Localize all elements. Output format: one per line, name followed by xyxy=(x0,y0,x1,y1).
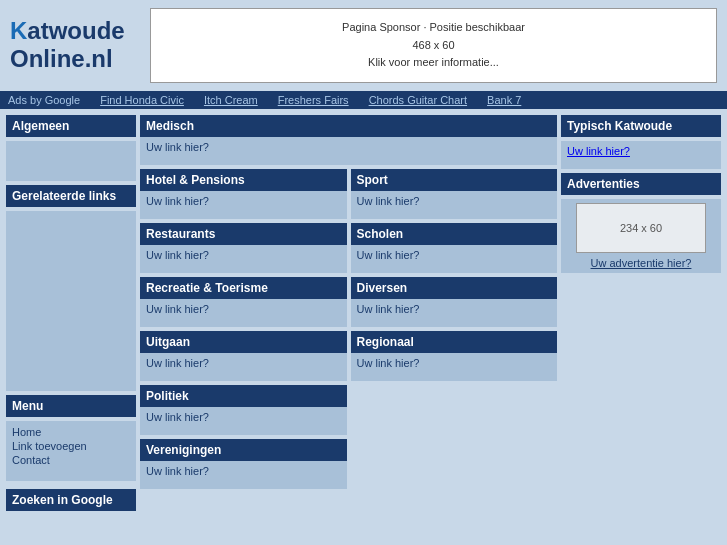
algemeen-content xyxy=(6,141,136,181)
cat-uitgaan-body: Uw link hier? xyxy=(140,353,347,381)
typisch-title: Typisch Katwoude xyxy=(561,115,721,137)
right-sidebar: Typisch Katwoude Uw link hier? Advertent… xyxy=(561,115,721,511)
cat-verenigingen-link[interactable]: Uw link hier? xyxy=(146,465,209,477)
cat-sport-link[interactable]: Uw link hier? xyxy=(357,195,420,207)
cat-hotel: Hotel & Pensions Uw link hier? xyxy=(140,169,347,219)
ad-link[interactable]: Uw advertentie hier? xyxy=(591,257,692,269)
sponsor-box[interactable]: Pagina Sponsor · Positie beschikbaar 468… xyxy=(150,8,717,83)
cat-diversen-body: Uw link hier? xyxy=(351,299,558,327)
cat-diversen-link[interactable]: Uw link hier? xyxy=(357,303,420,315)
cat-scholen-title: Scholen xyxy=(351,223,558,245)
logo: Katwoude Online.nl xyxy=(10,17,130,75)
row-uitgaan-regionaal: Uitgaan Uw link hier? Regionaal Uw link … xyxy=(140,331,557,381)
cat-medisch-title: Medisch xyxy=(140,115,557,137)
row-politiek: Politiek Uw link hier? xyxy=(140,385,557,435)
adbar: Ads by Google Find Honda Civic Itch Crea… xyxy=(0,91,727,109)
cat-hotel-link[interactable]: Uw link hier? xyxy=(146,195,209,207)
cat-uitgaan: Uitgaan Uw link hier? xyxy=(140,331,347,381)
cat-verenigingen-title: Verenigingen xyxy=(140,439,347,461)
cat-recreatie: Recreatie & Toerisme Uw link hier? xyxy=(140,277,347,327)
adbar-link-3[interactable]: Freshers Fairs xyxy=(278,94,349,106)
algemeen-title: Algemeen xyxy=(6,115,136,137)
gerelateerde-title: Gerelateerde links xyxy=(6,185,136,207)
cat-restaurants-link[interactable]: Uw link hier? xyxy=(146,249,209,261)
cat-recreatie-link[interactable]: Uw link hier? xyxy=(146,303,209,315)
cat-regionaal: Regionaal Uw link hier? xyxy=(351,331,558,381)
adbar-link-4[interactable]: Chords Guitar Chart xyxy=(369,94,467,106)
logo-line2: Online.nl xyxy=(10,45,130,74)
cat-verenigingen-body: Uw link hier? xyxy=(140,461,347,489)
cat-sport: Sport Uw link hier? xyxy=(351,169,558,219)
cat-diversen: Diversen Uw link hier? xyxy=(351,277,558,327)
cat-verenigingen: Verenigingen Uw link hier? xyxy=(140,439,347,489)
typisch-body: Uw link hier? xyxy=(561,141,721,169)
cat-regionaal-body: Uw link hier? xyxy=(351,353,558,381)
sponsor-line1: Pagina Sponsor · Positie beschikbaar xyxy=(171,19,696,37)
cat-politiek-body: Uw link hier? xyxy=(140,407,347,435)
cat-regionaal-title: Regionaal xyxy=(351,331,558,353)
ads-by-google-label: Ads by Google xyxy=(8,94,80,106)
advertenties-title: Advertenties xyxy=(561,173,721,195)
row-hotel-sport: Hotel & Pensions Uw link hier? Sport Uw … xyxy=(140,169,557,219)
cat-medisch-link[interactable]: Uw link hier? xyxy=(146,141,209,153)
categories-content: Medisch Uw link hier? Hotel & Pensions U… xyxy=(140,115,557,511)
cat-uitgaan-title: Uitgaan xyxy=(140,331,347,353)
row-medisch: Medisch Uw link hier? xyxy=(140,115,557,165)
zoeken-title: Zoeken in Google xyxy=(6,489,136,511)
cat-recreatie-body: Uw link hier? xyxy=(140,299,347,327)
cat-uitgaan-link[interactable]: Uw link hier? xyxy=(146,357,209,369)
row-restaurants-scholen: Restaurants Uw link hier? Scholen Uw lin… xyxy=(140,223,557,273)
gerelateerde-content xyxy=(6,211,136,391)
typisch-link[interactable]: Uw link hier? xyxy=(567,145,630,157)
cat-scholen-body: Uw link hier? xyxy=(351,245,558,273)
cat-diversen-title: Diversen xyxy=(351,277,558,299)
ad-box: 234 x 60 Uw advertentie hier? xyxy=(561,199,721,273)
cat-politiek-link[interactable]: Uw link hier? xyxy=(146,411,209,423)
cat-medisch: Medisch Uw link hier? xyxy=(140,115,557,165)
menu-content: Home Link toevoegen Contact xyxy=(6,421,136,481)
logo-k: K xyxy=(10,17,27,44)
cat-restaurants-title: Restaurants xyxy=(140,223,347,245)
cat-sport-body: Uw link hier? xyxy=(351,191,558,219)
cat-sport-title: Sport xyxy=(351,169,558,191)
sponsor-line3: Klik voor meer informatie... xyxy=(171,54,696,72)
cat-regionaal-link[interactable]: Uw link hier? xyxy=(357,357,420,369)
adbar-link-2[interactable]: Itch Cream xyxy=(204,94,258,106)
cat-scholen-link[interactable]: Uw link hier? xyxy=(357,249,420,261)
logo-rest: atwoude xyxy=(27,17,124,44)
left-sidebar: Algemeen Gerelateerde links Menu Home Li… xyxy=(6,115,136,511)
menu-contact[interactable]: Contact xyxy=(12,453,130,467)
cat-hotel-title: Hotel & Pensions xyxy=(140,169,347,191)
cat-restaurants-body: Uw link hier? xyxy=(140,245,347,273)
header: Katwoude Online.nl Pagina Sponsor · Posi… xyxy=(0,0,727,91)
cat-politiek: Politiek Uw link hier? xyxy=(140,385,347,435)
menu-title: Menu xyxy=(6,395,136,417)
menu-home[interactable]: Home xyxy=(12,425,130,439)
cat-restaurants: Restaurants Uw link hier? xyxy=(140,223,347,273)
menu-link-toevoegen[interactable]: Link toevoegen xyxy=(12,439,130,453)
adbar-link-1[interactable]: Find Honda Civic xyxy=(100,94,184,106)
row-verenigingen: Verenigingen Uw link hier? xyxy=(140,439,557,489)
main-content: Algemeen Gerelateerde links Menu Home Li… xyxy=(0,109,727,517)
row-recreatie-diversen: Recreatie & Toerisme Uw link hier? Diver… xyxy=(140,277,557,327)
cat-scholen: Scholen Uw link hier? xyxy=(351,223,558,273)
cat-hotel-body: Uw link hier? xyxy=(140,191,347,219)
cat-medisch-body: Uw link hier? xyxy=(140,137,557,165)
sponsor-line2: 468 x 60 xyxy=(171,37,696,55)
cat-politiek-title: Politiek xyxy=(140,385,347,407)
ad-placeholder: 234 x 60 xyxy=(576,203,706,253)
cat-recreatie-title: Recreatie & Toerisme xyxy=(140,277,347,299)
adbar-link-5[interactable]: Bank 7 xyxy=(487,94,521,106)
